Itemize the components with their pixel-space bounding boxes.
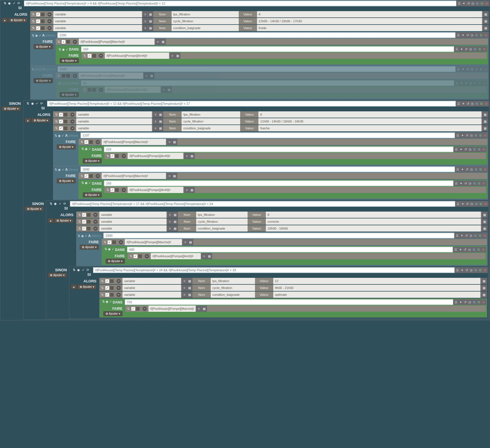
sinon-keyword: SINON (9, 101, 21, 106)
dans-keyword: DANS (69, 47, 79, 52)
a-time-input[interactable] (57, 33, 455, 38)
ajouter-button[interactable]: ✿ Ajouter ▾ (60, 92, 79, 97)
variable-row: ⇅✓ − ≡▦ Nom Valeur ▦ (30, 11, 489, 17)
list-icon[interactable]: ≡ (143, 12, 148, 16)
check-icon[interactable]: ✓ (39, 34, 41, 37)
si-condition-input[interactable] (24, 1, 456, 6)
puzzle-icon[interactable]: ✦ (462, 1, 466, 5)
a-time-bar: ☰✦↺◷⧉⧉⊖ (57, 32, 489, 38)
variable-row: ⇅✓ − ≡▦ Nom Valeur ▦ (30, 25, 489, 31)
globe-icon[interactable]: ◷ (471, 1, 475, 5)
sort-icon[interactable]: ⇅ (3, 1, 7, 5)
ajouter-button[interactable]: ✿ Ajouter ▾ (2, 106, 21, 111)
si-condition-bar: ☰ ✦ ↺ ◷ ⧉ ⧉ ⊖ (24, 1, 489, 6)
alors-keyword: ALORS (14, 12, 27, 17)
sort-icon[interactable]: ⇅ (31, 12, 35, 16)
sort-icon[interactable]: ⇅ (32, 34, 34, 37)
eye-icon[interactable]: ◉ (35, 34, 38, 37)
action-input[interactable] (79, 39, 154, 45)
ajouter-button[interactable]: ✿ Ajouter ▾ (8, 18, 27, 23)
variable-type[interactable] (53, 11, 142, 17)
duplicate-icon[interactable]: ⧉ (480, 1, 484, 5)
list-icon[interactable]: ☰ (457, 1, 461, 5)
action-row: ⇅✓ − ≡▦ (82, 53, 487, 59)
action-row: ⇅✓ − ≡▦ (56, 39, 488, 45)
grid-icon[interactable]: ▦ (483, 11, 489, 17)
nom-input[interactable] (172, 11, 239, 17)
a-time-input[interactable] (58, 67, 455, 72)
eye-icon[interactable]: ◉ (7, 1, 11, 5)
ajouter-button[interactable]: ✿ Ajouter ▾ (60, 58, 79, 63)
refresh-icon[interactable]: ⟳ (17, 1, 21, 5)
checkbox[interactable]: ✓ (36, 13, 40, 16)
remove-icon[interactable]: ⊖ (485, 1, 489, 5)
block-icons[interactable]: ⇅ ◉ ✓ ⟳ (2, 1, 22, 5)
si-condition-input[interactable] (47, 101, 456, 106)
collapse-button[interactable]: ▴ (2, 18, 8, 23)
nom-label: Nom (154, 11, 171, 17)
si-keyword: SI (18, 5, 22, 11)
check-icon[interactable]: ✓ (12, 1, 16, 5)
copy-icon[interactable]: ⧉ (475, 1, 479, 5)
bar-tools[interactable]: ☰ ✦ ↺ ◷ ⧉ ⧉ ⊖ (456, 1, 489, 6)
faire-keyword: FAIRE (43, 39, 53, 44)
a-hint: (Hmm) (45, 34, 55, 37)
ajouter-button[interactable]: ✿ Ajouter ▾ (34, 78, 53, 83)
valeur-label: Valeur (239, 11, 256, 17)
remove-icon[interactable]: − (47, 12, 52, 17)
grid-icon[interactable]: ▦ (148, 12, 153, 16)
dans-bar: ☰✦↺◷⧉⧉⊖ (81, 46, 487, 52)
a-keyword: A (42, 33, 45, 38)
variable-row: ⇅✓ − ≡▦ Nom Valeur ▦ (30, 18, 489, 24)
ajouter-button[interactable]: ✿ Ajouter ▾ (34, 44, 53, 49)
options-icon[interactable] (41, 13, 45, 16)
history-icon[interactable]: ↺ (466, 1, 470, 5)
dans-delay-input[interactable] (81, 47, 454, 52)
valeur-input[interactable] (257, 11, 482, 17)
